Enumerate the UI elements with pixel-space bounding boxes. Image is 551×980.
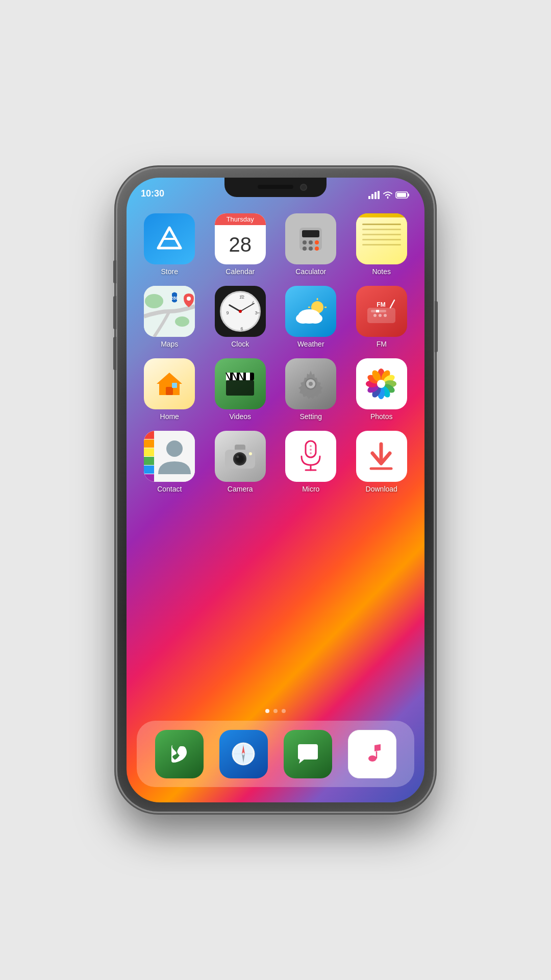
dock xyxy=(137,721,414,787)
app-camera[interactable]: Camera xyxy=(208,431,273,493)
svg-point-13 xyxy=(309,247,313,251)
app-maps[interactable]: 280 Maps xyxy=(137,286,203,348)
app-clock[interactable]: 12 3 6 9 Clock xyxy=(208,286,273,348)
svg-point-69 xyxy=(377,380,385,388)
svg-point-17 xyxy=(175,316,189,327)
calendar-label: Calendar xyxy=(226,267,255,276)
weather-label: Weather xyxy=(297,340,324,348)
speaker xyxy=(258,185,293,189)
calendar-icon: Thursday 28 xyxy=(215,213,266,264)
home-label: Home xyxy=(160,412,179,421)
calendar-date: 28 xyxy=(215,225,266,264)
phone-dock-icon xyxy=(155,730,204,778)
videos-icon xyxy=(215,358,266,409)
svg-point-37 xyxy=(373,314,377,317)
app-store[interactable]: Store xyxy=(137,213,203,276)
phone-frame: 10:30 xyxy=(117,168,434,812)
page-dot-2 xyxy=(282,709,286,713)
mute-button[interactable] xyxy=(113,260,116,283)
safari-dock-icon xyxy=(219,730,268,778)
app-videos[interactable]: Videos xyxy=(208,358,273,421)
svg-point-16 xyxy=(145,294,163,308)
svg-rect-0 xyxy=(368,196,370,199)
app-fm[interactable]: FM FM xyxy=(349,286,415,348)
svg-rect-76 xyxy=(144,474,154,482)
clock-icon: 12 3 6 9 xyxy=(215,286,266,337)
micro-icon xyxy=(285,431,336,482)
app-weather[interactable]: Weather xyxy=(278,286,344,348)
svg-point-10 xyxy=(309,240,313,244)
calculator-label: Caculator xyxy=(295,267,326,276)
svg-text:FM: FM xyxy=(377,301,386,308)
dock-safari[interactable] xyxy=(219,730,268,778)
svg-point-38 xyxy=(379,314,382,317)
dock-messages[interactable] xyxy=(284,730,332,778)
camera-icon xyxy=(215,431,266,482)
svg-text:6: 6 xyxy=(240,326,243,331)
setting-icon xyxy=(285,358,336,409)
svg-point-85 xyxy=(310,445,312,447)
contact-label: Contact xyxy=(157,485,182,493)
svg-rect-53 xyxy=(226,380,254,396)
photos-icon xyxy=(356,358,407,409)
svg-rect-6 xyxy=(408,193,409,197)
svg-point-14 xyxy=(315,247,319,251)
svg-point-9 xyxy=(303,240,307,244)
svg-rect-44 xyxy=(172,383,177,388)
svg-point-97 xyxy=(368,755,377,762)
svg-point-12 xyxy=(303,247,307,251)
svg-point-39 xyxy=(384,314,387,317)
app-setting[interactable]: Setting xyxy=(278,358,344,421)
svg-rect-1 xyxy=(371,194,373,199)
download-label: Download xyxy=(366,485,397,493)
svg-point-33 xyxy=(296,313,310,324)
svg-point-87 xyxy=(310,452,312,454)
volume-down-button[interactable] xyxy=(113,337,116,370)
svg-rect-5 xyxy=(397,193,406,197)
svg-point-86 xyxy=(310,449,312,451)
dock-phone[interactable] xyxy=(155,730,204,778)
messages-dock-icon xyxy=(284,730,332,778)
battery-icon xyxy=(396,191,410,199)
front-camera xyxy=(300,184,307,191)
maps-label: Maps xyxy=(161,340,178,348)
svg-point-19 xyxy=(187,297,191,301)
app-photos[interactable]: Photos xyxy=(349,358,415,421)
app-calendar[interactable]: Thursday 28 Calendar xyxy=(208,213,273,276)
svg-rect-49 xyxy=(246,373,250,380)
store-label: Store xyxy=(161,267,178,276)
photos-label: Photos xyxy=(370,412,393,421)
camera-label: Camera xyxy=(228,485,253,493)
videos-label: Videos xyxy=(229,412,251,421)
app-grid: Store Thursday 28 Calendar xyxy=(127,208,424,498)
page-indicator xyxy=(127,709,424,713)
app-micro[interactable]: Micro xyxy=(278,431,344,493)
fm-icon: FM xyxy=(356,286,407,337)
status-icons xyxy=(368,191,410,199)
svg-point-34 xyxy=(308,313,322,324)
svg-point-11 xyxy=(315,240,319,244)
volume-up-button[interactable] xyxy=(113,296,116,329)
phone-screen: 10:30 xyxy=(127,178,424,802)
svg-text:9: 9 xyxy=(226,310,229,315)
svg-rect-71 xyxy=(144,431,154,439)
app-download[interactable]: Download xyxy=(349,431,415,493)
app-home[interactable]: Home xyxy=(137,358,203,421)
app-notes[interactable]: Notes xyxy=(349,213,415,276)
maps-icon: 280 xyxy=(144,286,195,337)
signal-icon xyxy=(368,191,380,199)
music-dock-icon xyxy=(348,730,396,778)
calculator-icon xyxy=(285,213,336,264)
svg-rect-2 xyxy=(374,192,377,199)
dock-music[interactable] xyxy=(348,730,396,778)
power-button[interactable] xyxy=(435,301,438,352)
svg-rect-8 xyxy=(302,230,319,237)
svg-rect-3 xyxy=(378,191,380,199)
store-icon xyxy=(144,213,195,264)
app-contact[interactable]: Contact xyxy=(137,431,203,493)
svg-rect-74 xyxy=(144,457,154,465)
download-icon xyxy=(356,431,407,482)
calendar-day: Thursday xyxy=(215,213,266,225)
svg-rect-73 xyxy=(144,448,154,456)
app-calculator[interactable]: Caculator xyxy=(278,213,344,276)
